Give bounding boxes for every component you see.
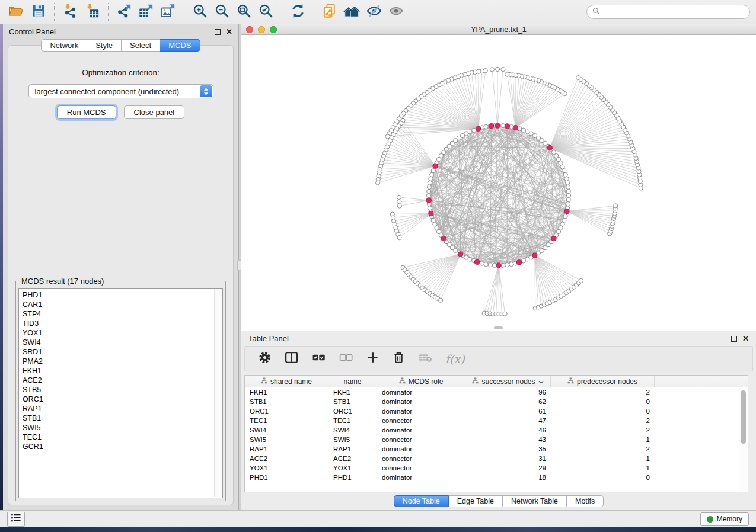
mcds-result-item[interactable]: PMA2 (23, 357, 222, 366)
table-row[interactable]: PHD1PHD1dominator180 (245, 473, 748, 482)
mcds-result-item[interactable]: RAP1 (23, 404, 222, 414)
create-column-plus-icon[interactable] (366, 351, 379, 367)
toolbar-separator (54, 3, 55, 21)
memory-button[interactable]: Memory (700, 512, 749, 526)
export-table-button[interactable] (136, 2, 157, 22)
delete-table-icon-disabled (418, 350, 433, 367)
zoom-in-button[interactable] (190, 2, 210, 22)
table-cell: 18 (465, 473, 551, 482)
tab-select[interactable]: Select (122, 39, 160, 52)
table-cell: connector (377, 416, 465, 425)
column-header-mcds-role[interactable]: MCDS role (377, 376, 465, 387)
show-columns-icon[interactable] (284, 350, 299, 367)
select-all-columns-icon[interactable] (311, 350, 326, 367)
mcds-result-item[interactable]: TEC1 (23, 432, 222, 442)
criterion-dropdown[interactable]: largest connected component (undirected) (28, 84, 213, 98)
export-image-button[interactable] (158, 2, 178, 22)
mcds-result-item[interactable]: FKH1 (23, 366, 222, 376)
import-table-button[interactable] (82, 2, 103, 22)
task-history-button[interactable] (7, 512, 25, 527)
table-cell: 2 (551, 387, 655, 397)
table-cell: SWI5 (328, 435, 377, 444)
table-row[interactable]: YOX1YOX1connector291 (245, 463, 748, 473)
result-scrollbar[interactable] (214, 289, 222, 497)
mcds-result-item[interactable]: SRD1 (23, 347, 222, 357)
first-neighbors-button[interactable] (342, 2, 362, 22)
canvas-hscroll-thumb[interactable] (494, 326, 503, 329)
table-row[interactable]: TEC1TEC1connector472 (245, 416, 748, 425)
mcds-result-item[interactable]: TID3 (23, 319, 222, 328)
search-input[interactable] (586, 5, 750, 19)
export-network-button[interactable] (114, 2, 135, 22)
table-row[interactable]: RAP1RAP1dominator352 (245, 444, 748, 454)
zoom-selected-button[interactable] (256, 2, 276, 22)
zoom-out-button[interactable] (212, 2, 232, 22)
delete-trash-icon[interactable] (392, 351, 406, 367)
table-cell: 0 (551, 406, 655, 416)
mcds-result-item[interactable]: STB1 (23, 414, 222, 423)
unselect-all-columns-icon[interactable] (339, 350, 353, 367)
mcds-result-item[interactable]: STB5 (23, 385, 222, 395)
optimization-criterion-label: Optimization criterion: (12, 68, 229, 77)
column-header-shared-name[interactable]: shared name (245, 376, 328, 387)
mcds-result-item[interactable]: SWI4 (23, 338, 222, 347)
save-session-button[interactable] (28, 2, 49, 22)
mcds-result-item[interactable]: STP4 (23, 309, 222, 319)
import-network-button[interactable] (60, 2, 81, 22)
search-field[interactable] (603, 8, 744, 16)
table-settings-gear-icon[interactable] (258, 351, 272, 367)
table-row[interactable]: ACE2ACE2connector311 (245, 454, 748, 463)
mcds-result-item[interactable]: GCR1 (23, 442, 222, 451)
table-tabs: Node Table Edge Table Network Table Moti… (241, 492, 756, 510)
tab-node-table[interactable]: Node Table (394, 495, 449, 507)
close-panel-button[interactable]: Close panel (124, 105, 185, 119)
column-header-successor-nodes[interactable]: successor nodes (465, 376, 551, 387)
mcds-result-item[interactable]: CAR1 (23, 300, 222, 309)
mcds-result-item[interactable]: PHD1 (23, 290, 222, 300)
sort-chevron-icon[interactable] (538, 377, 544, 386)
column-header-predecessor-nodes[interactable]: predecessor nodes (551, 376, 655, 387)
table-cell: STB1 (328, 397, 377, 406)
table-row[interactable]: ORC1ORC1dominator610 (245, 406, 748, 416)
memory-label: Memory (717, 515, 742, 523)
open-file-button[interactable] (6, 2, 27, 22)
tab-network-table[interactable]: Network Table (503, 495, 567, 507)
table-row[interactable]: FKH1FKH1dominator962 (245, 387, 748, 397)
table-row[interactable]: SWI5SWI5connector431 (245, 435, 748, 444)
tree-hierarchy-icon (399, 377, 406, 386)
table-row[interactable]: SWI4SWI4dominator462 (245, 425, 748, 435)
zoom-fit-button[interactable] (234, 2, 254, 22)
mcds-result-list[interactable]: PHD1CAR1STP4TID3YOX1SWI4SRD1PMA2FKH1ACE2… (18, 288, 223, 498)
table-scrollbar[interactable] (739, 388, 747, 491)
table-cell: STB1 (245, 397, 328, 406)
tab-style[interactable]: Style (87, 39, 122, 52)
table-row[interactable]: STB1STB1dominator620 (245, 397, 748, 406)
zoom-in-icon (192, 3, 208, 21)
tab-motifs[interactable]: Motifs (567, 495, 604, 507)
mcds-result-item[interactable]: ACE2 (23, 376, 222, 385)
node-table-header: shared name name MCDS role successor nod… (245, 376, 748, 387)
refresh-button[interactable] (288, 2, 308, 22)
close-panel-icon[interactable]: ✕ (226, 28, 232, 36)
table-float-icon[interactable] (731, 336, 737, 342)
show-all-button[interactable] (385, 2, 406, 22)
panel-divider[interactable] (239, 24, 241, 510)
table-close-icon[interactable]: ✕ (742, 335, 749, 342)
list-icon (11, 513, 21, 525)
table-toolbar: f(x) (244, 346, 753, 371)
float-panel-icon[interactable] (215, 29, 221, 35)
mcds-result-item[interactable]: ORC1 (23, 395, 222, 404)
column-header-name[interactable]: name (328, 376, 377, 387)
copy-network-button[interactable] (320, 2, 340, 22)
table-cell: 1 (551, 463, 655, 473)
table-scrollbar-thumb[interactable] (741, 390, 746, 444)
mcds-result-item[interactable]: YOX1 (23, 328, 222, 338)
tab-edge-table[interactable]: Edge Table (449, 495, 503, 507)
run-mcds-button[interactable]: Run MCDS (57, 105, 116, 119)
hide-selected-button[interactable] (363, 2, 384, 22)
network-canvas[interactable] (241, 35, 756, 331)
tab-mcds[interactable]: MCDS (160, 39, 200, 52)
mcds-result-item[interactable]: SWI5 (23, 423, 222, 432)
main-toolbar (0, 0, 756, 24)
tab-network[interactable]: Network (41, 39, 87, 52)
